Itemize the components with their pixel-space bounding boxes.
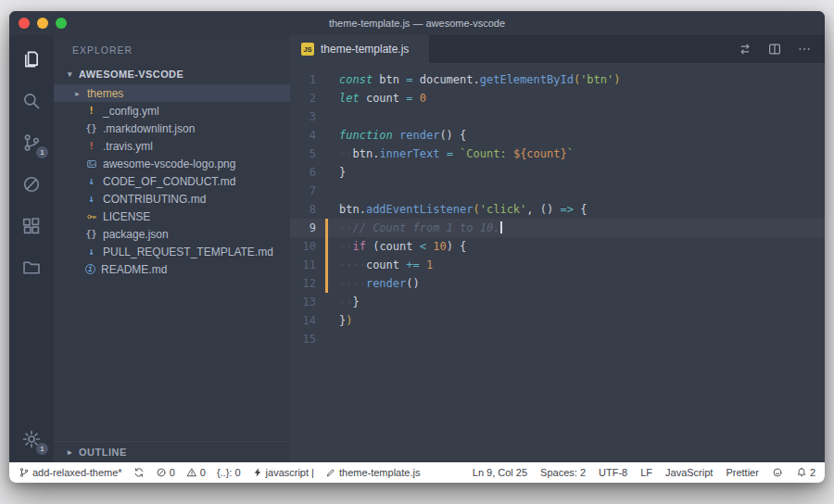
outline-section[interactable]: ▸ OUTLINE xyxy=(54,441,290,462)
smiley-icon xyxy=(772,467,783,478)
sync-changes-button[interactable] xyxy=(738,42,752,57)
code-line-3[interactable]: 3 xyxy=(290,107,825,126)
close-button[interactable] xyxy=(19,18,30,29)
more-actions-button[interactable] xyxy=(797,42,812,57)
activity-search[interactable] xyxy=(19,89,44,113)
line-number[interactable]: 1 xyxy=(290,70,325,89)
file-themes[interactable]: ▸themes xyxy=(54,84,290,102)
line-number[interactable]: 14 xyxy=(290,311,325,330)
code-line-12[interactable]: 12····render() xyxy=(290,274,825,293)
status-label: 0 xyxy=(170,467,175,478)
code-line-13[interactable]: 13··} xyxy=(290,293,825,311)
js-standard-status[interactable]: javascript | xyxy=(252,467,314,478)
root-folder-row[interactable]: ▾ AWESOME-VSCODE xyxy=(54,64,290,84)
code-line-5[interactable]: 5··btn.innerText = `Count: ${count}` xyxy=(290,145,825,163)
activity-source-control[interactable]: 1 xyxy=(19,131,44,155)
language-mode[interactable]: JavaScript xyxy=(665,467,713,478)
sidebar: EXPLORER ▾ AWESOME-VSCODE ▸themes!_confi… xyxy=(54,35,290,462)
line-number[interactable]: 10 xyxy=(290,237,325,256)
activity-extensions[interactable] xyxy=(19,214,44,238)
line-text xyxy=(328,330,339,348)
line-number[interactable]: 2 xyxy=(290,89,325,107)
status-label: javascript | xyxy=(266,467,314,478)
line-number[interactable]: 11 xyxy=(290,256,325,274)
line-number[interactable]: 8 xyxy=(290,200,325,219)
file-label: LICENSE xyxy=(103,210,150,223)
line-number[interactable]: 4 xyxy=(290,126,325,145)
code-lines: 1const btn = document.getElementById('bt… xyxy=(290,70,825,348)
file-LICENSE[interactable]: LICENSE xyxy=(54,208,290,225)
line-number[interactable]: 12 xyxy=(290,274,325,293)
line-text: const btn = document.getElementById('btn… xyxy=(328,70,621,89)
line-text: ····render() xyxy=(328,274,420,293)
status-label: LF xyxy=(640,467,652,478)
chevron-down-icon: ▾ xyxy=(66,69,74,79)
activity-debug[interactable] xyxy=(19,172,44,196)
activity-settings[interactable]: 1 xyxy=(19,427,44,451)
zoom-button[interactable] xyxy=(56,18,67,29)
git-branch-status[interactable]: add-relaxed-theme* xyxy=(19,467,122,478)
notifications[interactable]: 2 xyxy=(796,467,815,478)
code-line-14[interactable]: 14}) xyxy=(290,311,825,330)
activity-explorer[interactable] xyxy=(19,47,44,71)
code-line-9[interactable]: 9··// Count from 1 to 10. xyxy=(290,219,825,237)
code-line-6[interactable]: 6} xyxy=(290,163,825,182)
line-number[interactable]: 6 xyxy=(290,163,325,182)
minimize-button[interactable] xyxy=(37,18,48,29)
line-number[interactable]: 15 xyxy=(290,330,325,348)
file-_config.yml[interactable]: !_config.yml xyxy=(54,102,290,120)
indentation[interactable]: Spaces: 2 xyxy=(540,467,586,478)
line-number[interactable]: 9 xyxy=(290,219,325,237)
file-.travis.yml[interactable]: !.travis.yml xyxy=(54,137,290,155)
file-label: README.md xyxy=(101,263,167,276)
sync-status[interactable] xyxy=(133,467,145,478)
folder-icon xyxy=(21,258,42,278)
formatter[interactable]: Prettier xyxy=(726,467,758,478)
files-icon xyxy=(21,49,42,69)
line-text: let count = 0 xyxy=(328,89,426,107)
code-line-4[interactable]: 4function render() { xyxy=(290,126,825,145)
status-label: 0 xyxy=(200,467,206,478)
code-line-2[interactable]: 2let count = 0 xyxy=(290,89,825,107)
line-text: function render() { xyxy=(328,126,466,145)
file-label: awesome-vscode-logo.png xyxy=(103,158,235,170)
cursor-position[interactable]: Ln 9, Col 25 xyxy=(473,467,527,478)
encoding[interactable]: UTF-8 xyxy=(599,467,627,478)
file-.markdownlint.json[interactable]: {}.markdownlint.json xyxy=(54,120,290,137)
eol[interactable]: LF xyxy=(640,467,652,478)
file-CODE_OF_CONDUCT.md[interactable]: ↓CODE_OF_CONDUCT.md xyxy=(54,172,290,190)
line-number[interactable]: 7 xyxy=(290,182,325,200)
vscode-window: theme-template.js — awesome-vscode 1 1 E… xyxy=(9,11,825,483)
code-line-8[interactable]: 8btn.addEventListener('click', () => { xyxy=(290,200,825,219)
code-line-7[interactable]: 7 xyxy=(290,182,825,200)
code-line-10[interactable]: 10··if (count < 10) { xyxy=(290,237,825,256)
file-awesome-vscode-logo.png[interactable]: awesome-vscode-logo.png xyxy=(54,155,290,172)
markdown-icon: ↓ xyxy=(85,193,97,205)
line-number[interactable]: 3 xyxy=(290,107,325,126)
warnings-status[interactable]: 0 xyxy=(186,467,206,478)
file-label: .markdownlint.json xyxy=(103,122,195,135)
code-editor[interactable]: 1const btn = document.getElementById('bt… xyxy=(290,63,825,462)
status-right: Ln 9, Col 25Spaces: 2UTF-8LFJavaScriptPr… xyxy=(473,467,815,478)
extensions-icon xyxy=(21,216,42,236)
active-file-status[interactable]: theme-template.js xyxy=(325,467,420,478)
split-editor-button[interactable] xyxy=(767,42,782,57)
tab-theme-template[interactable]: JS theme-template.js xyxy=(290,35,429,63)
file-PULL_REQUEST_TEMPLATE.md[interactable]: ↓PULL_REQUEST_TEMPLATE.md xyxy=(54,243,290,260)
sync-icon xyxy=(133,467,145,478)
bracket-count-status[interactable]: {..}: 0 xyxy=(217,467,241,478)
line-number[interactable]: 13 xyxy=(290,293,325,311)
code-line-1[interactable]: 1const btn = document.getElementById('bt… xyxy=(290,70,825,89)
file-README.md[interactable]: iREADME.md xyxy=(54,260,290,278)
markdown-icon: ↓ xyxy=(85,175,97,187)
feedback[interactable] xyxy=(772,467,783,478)
errors-status[interactable]: 0 xyxy=(156,467,175,478)
code-line-15[interactable]: 15 xyxy=(290,330,825,348)
line-number[interactable]: 5 xyxy=(290,145,325,163)
code-line-11[interactable]: 11····count += 1 xyxy=(290,256,825,274)
branch-icon xyxy=(19,467,30,478)
file-CONTRIBUTING.md[interactable]: ↓CONTRIBUTING.md xyxy=(54,190,290,208)
file-label: themes xyxy=(87,87,123,100)
activity-file-manager[interactable] xyxy=(19,256,44,280)
file-package.json[interactable]: {}package.json xyxy=(54,225,290,243)
